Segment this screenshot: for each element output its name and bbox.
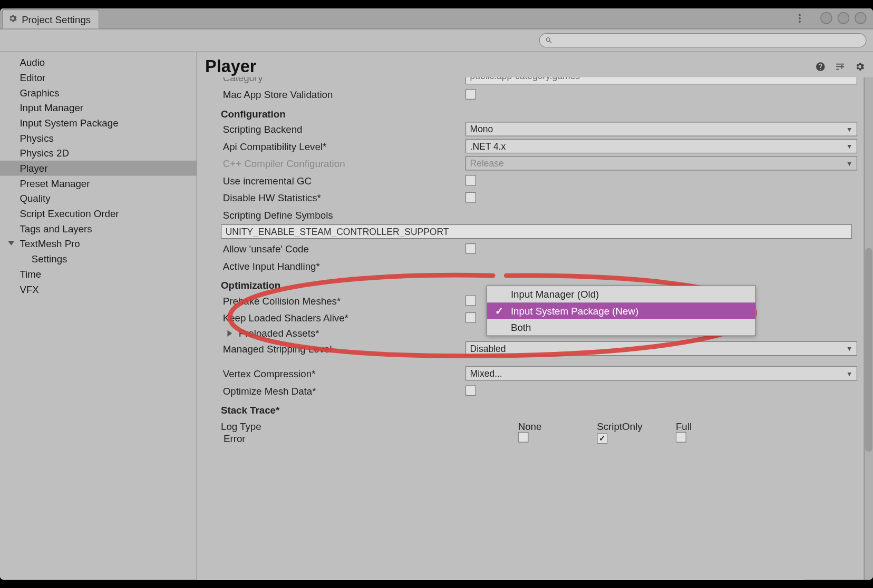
popup-option-input-system-package-new[interactable]: Input System Package (New) bbox=[487, 302, 755, 319]
sidebar-item-physics[interactable]: Physics bbox=[0, 130, 197, 145]
search-field[interactable] bbox=[539, 33, 867, 47]
active-input-label: Active Input Handling* bbox=[221, 260, 465, 271]
main-panel: Player Category public.app-category.game… bbox=[197, 52, 873, 580]
log-type-label: Log Type bbox=[221, 421, 465, 432]
sidebar-item-script-execution-order[interactable]: Script Execution Order bbox=[0, 206, 197, 221]
sidebar: Audio Editor Graphics Input Manager Inpu… bbox=[0, 52, 197, 580]
allow-unsafe-label: Allow 'unsafe' Code bbox=[221, 243, 465, 254]
stripping-label: Managed Stripping Level bbox=[221, 343, 465, 354]
vertex-compression-dropdown[interactable]: Mixed...▼ bbox=[465, 366, 857, 380]
scripting-backend-label: Scripting Backend bbox=[221, 123, 465, 134]
active-input-popup: Input Manager (Old) Input System Package… bbox=[487, 286, 756, 336]
search-icon bbox=[545, 36, 553, 44]
search-input[interactable] bbox=[557, 36, 860, 45]
cpp-compiler-dropdown: Release▼ bbox=[465, 156, 857, 170]
window-buttons bbox=[820, 12, 866, 24]
st-col-none: None bbox=[518, 421, 597, 432]
sidebar-item-preset-manager[interactable]: Preset Manager bbox=[0, 176, 197, 191]
scrollbar-thumb[interactable] bbox=[865, 248, 872, 452]
sidebar-item-quality[interactable]: Quality bbox=[0, 191, 197, 206]
disable-hw-label: Disable HW Statistics* bbox=[221, 192, 465, 203]
mac-validation-label: Mac App Store Validation bbox=[221, 89, 465, 100]
configuration-header: Configuration bbox=[221, 103, 857, 121]
disable-hw-checkbox[interactable] bbox=[465, 192, 476, 203]
define-symbols-input[interactable] bbox=[221, 224, 852, 239]
prebake-label: Prebake Collision Meshes* bbox=[221, 295, 465, 306]
stacktrace-header: Stack Trace* bbox=[221, 399, 857, 417]
gear-icon bbox=[8, 14, 18, 25]
popup-option-both[interactable]: Both bbox=[487, 319, 755, 335]
window-button-2[interactable] bbox=[838, 12, 849, 24]
window-button-1[interactable] bbox=[820, 12, 832, 24]
vertex-compression-label: Vertex Compression* bbox=[221, 368, 465, 379]
mac-validation-checkbox[interactable] bbox=[465, 89, 476, 100]
st-error-label: Error bbox=[221, 433, 465, 444]
sidebar-item-input-manager[interactable]: Input Manager bbox=[0, 100, 197, 115]
prebake-checkbox[interactable] bbox=[465, 295, 476, 306]
gear-icon[interactable] bbox=[855, 61, 865, 72]
sidebar-item-graphics[interactable]: Graphics bbox=[0, 85, 197, 100]
tab-label: Project Settings bbox=[22, 14, 91, 25]
stripping-dropdown[interactable]: Disabled▼ bbox=[465, 341, 857, 356]
header-icons bbox=[815, 61, 865, 72]
error-full-checkbox[interactable] bbox=[676, 432, 686, 443]
sidebar-item-editor[interactable]: Editor bbox=[0, 70, 197, 85]
api-compat-label: Api Compatibility Level* bbox=[221, 141, 465, 152]
incremental-gc-checkbox[interactable] bbox=[465, 175, 476, 185]
window-button-3[interactable] bbox=[855, 12, 866, 24]
category-label: Category bbox=[221, 77, 465, 83]
sidebar-item-physics-2d[interactable]: Physics 2D bbox=[0, 145, 197, 161]
st-col-full: Full bbox=[676, 421, 755, 432]
optimize-mesh-checkbox[interactable] bbox=[465, 385, 476, 396]
api-compat-dropdown[interactable]: .NET 4.x▼ bbox=[465, 139, 857, 153]
sidebar-item-textmesh-settings[interactable]: Settings bbox=[0, 251, 197, 267]
category-field[interactable]: public.app-category.games bbox=[465, 77, 857, 84]
error-none-checkbox[interactable] bbox=[518, 432, 529, 443]
scripting-backend-dropdown[interactable]: Mono▼ bbox=[465, 122, 857, 136]
st-col-scriptonly: ScriptOnly bbox=[597, 421, 676, 432]
sidebar-item-audio[interactable]: Audio bbox=[0, 55, 197, 70]
sidebar-item-player[interactable]: Player bbox=[0, 161, 197, 176]
sidebar-item-vfx[interactable]: VFX bbox=[0, 281, 197, 297]
sidebar-item-tags-and-layers[interactable]: Tags and Layers bbox=[0, 221, 197, 237]
incremental-gc-label: Use incremental GC bbox=[221, 175, 465, 186]
define-symbols-label: Scripting Define Symbols bbox=[221, 209, 465, 220]
popup-option-input-manager-old[interactable]: Input Manager (Old) bbox=[487, 286, 755, 302]
keep-shaders-checkbox[interactable] bbox=[465, 312, 476, 323]
vertical-scrollbar[interactable] bbox=[864, 77, 873, 580]
optimize-mesh-label: Optimize Mesh Data* bbox=[221, 385, 465, 396]
presets-icon[interactable] bbox=[835, 61, 846, 72]
cpp-compiler-label: C++ Compiler Configuration bbox=[221, 158, 465, 169]
sidebar-item-textmesh-pro[interactable]: TextMesh Pro bbox=[0, 236, 197, 251]
search-bar bbox=[0, 29, 873, 52]
keep-shaders-label: Keep Loaded Shaders Alive* bbox=[221, 312, 465, 323]
error-scriptonly-checkbox[interactable] bbox=[597, 433, 607, 444]
tab-project-settings[interactable]: Project Settings bbox=[2, 9, 100, 28]
kebab-menu-icon[interactable] bbox=[794, 12, 804, 24]
help-icon[interactable] bbox=[815, 61, 826, 72]
sidebar-item-time[interactable]: Time bbox=[0, 267, 197, 282]
page-title: Player bbox=[205, 56, 256, 77]
tab-bar: Project Settings bbox=[0, 8, 873, 30]
sidebar-item-input-system-package[interactable]: Input System Package bbox=[0, 115, 197, 131]
allow-unsafe-checkbox[interactable] bbox=[465, 243, 476, 254]
